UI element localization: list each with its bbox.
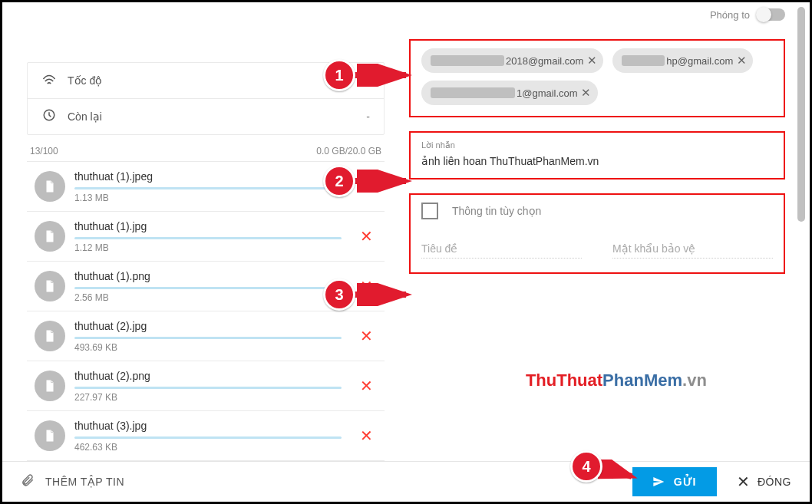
recipient-chips: 2018@gmail.com✕hp@gmail.com✕1@gmail.com✕	[421, 48, 773, 105]
file-icon	[35, 321, 65, 351]
remaining-value: -	[366, 110, 370, 123]
file-icon	[35, 221, 65, 252]
file-icon	[35, 271, 65, 301]
svg-line-4	[598, 466, 632, 476]
speed-icon	[41, 72, 57, 89]
recipient-suffix: 1@gmail.com	[517, 87, 578, 99]
file-progress	[74, 237, 342, 239]
file-name: thuthuat (2).png	[74, 370, 342, 382]
send-button[interactable]: GỬI	[632, 467, 717, 496]
title-field[interactable]: Tiêu đề	[421, 242, 582, 259]
recipients-box: 2018@gmail.com✕hp@gmail.com✕1@gmail.com✕	[409, 39, 785, 117]
remove-recipient-icon[interactable]: ✕	[578, 86, 595, 100]
file-size: 1.13 MB	[74, 193, 342, 203]
message-label: Lời nhắn	[421, 140, 773, 150]
speed-label: Tốc độ	[68, 74, 102, 87]
file-counter: 13/100	[30, 146, 58, 156]
file-row: thuthuat (3).jpg462.63 KB✕	[27, 411, 385, 461]
send-icon	[652, 476, 665, 488]
file-progress	[74, 337, 342, 339]
file-progress	[74, 287, 342, 289]
file-list: thuthuat (1).jpeg1.13 MB✕thuthuat (1).jp…	[27, 161, 385, 461]
remaining-row: Còn lại -	[28, 99, 384, 134]
file-name: thuthuat (1).jpeg	[74, 170, 342, 183]
quota: 0.0 GB/20.0 GB	[316, 146, 381, 156]
remove-file-button[interactable]: ✕	[351, 227, 381, 245]
optional-checkbox[interactable]	[421, 203, 438, 219]
annotation-badge-3: 3	[323, 278, 355, 311]
file-row: thuthuat (2).jpg493.69 KB✕	[27, 311, 385, 361]
recipient-redacted	[622, 55, 665, 66]
annotation-badge-1: 1	[323, 59, 355, 91]
file-name: thuthuat (1).png	[74, 270, 342, 282]
file-progress	[74, 387, 342, 389]
remaining-label: Còn lại	[68, 110, 102, 123]
file-size: 2.56 MB	[74, 292, 342, 303]
file-row: thuthuat (1).jpg1.12 MB✕	[27, 212, 385, 262]
recipient-suffix: hp@gmail.com	[666, 55, 733, 67]
file-name: thuthuat (1).jpg	[74, 220, 342, 232]
file-row: thuthuat (2).png227.97 KB✕	[27, 361, 385, 411]
optional-box: Thông tin tùy chọn Tiêu đề Mật khẩu bảo …	[409, 193, 785, 274]
watermark: ThuThuatPhanMem.vn	[526, 371, 707, 390]
file-size: 462.63 KB	[74, 442, 342, 453]
message-text[interactable]: ảnh liên hoan ThuThuatPhanMem.vn	[421, 155, 773, 167]
file-size: 493.69 KB	[74, 342, 342, 353]
annotation-arrow-1	[352, 64, 414, 87]
file-name: thuthuat (2).jpg	[74, 320, 342, 332]
recipient-suffix: 2018@gmail.com	[506, 55, 583, 67]
annotation-arrow-4	[598, 460, 641, 483]
recipient-redacted	[431, 55, 504, 66]
remove-file-button[interactable]: ✕	[351, 327, 381, 345]
remove-file-button[interactable]: ✕	[351, 377, 381, 395]
remove-file-button[interactable]: ✕	[351, 427, 381, 445]
paperclip-icon	[21, 473, 35, 491]
recipient-chip[interactable]: 2018@gmail.com✕	[421, 48, 603, 73]
file-progress	[74, 436, 342, 439]
close-icon: ✕	[737, 473, 751, 491]
file-size: 1.12 MB	[74, 242, 342, 253]
annotation-badge-4: 4	[570, 450, 602, 483]
recipient-chip[interactable]: hp@gmail.com✕	[612, 48, 753, 73]
remove-recipient-icon[interactable]: ✕	[583, 54, 600, 68]
recipient-redacted	[431, 87, 515, 98]
optional-label: Thông tin tùy chọn	[452, 205, 541, 217]
close-button[interactable]: ✕ ĐÓNG	[737, 473, 792, 491]
file-icon	[35, 420, 65, 451]
annotation-arrow-3	[352, 283, 414, 306]
annotation-arrow-2	[352, 170, 414, 193]
file-progress	[74, 187, 342, 189]
file-size: 227.97 KB	[74, 392, 342, 403]
file-icon	[35, 371, 65, 401]
password-field[interactable]: Mật khẩu bảo vệ	[612, 242, 773, 259]
message-box[interactable]: Lời nhắn ảnh liên hoan ThuThuatPhanMem.v…	[409, 131, 785, 180]
file-name: thuthuat (3).jpg	[74, 420, 342, 432]
add-file-button[interactable]: THÊM TẬP TIN	[21, 473, 124, 491]
recipient-chip[interactable]: 1@gmail.com✕	[421, 81, 598, 105]
remove-recipient-icon[interactable]: ✕	[733, 54, 750, 68]
clock-icon	[41, 108, 57, 125]
annotation-badge-2: 2	[323, 165, 355, 197]
file-icon	[35, 171, 65, 202]
